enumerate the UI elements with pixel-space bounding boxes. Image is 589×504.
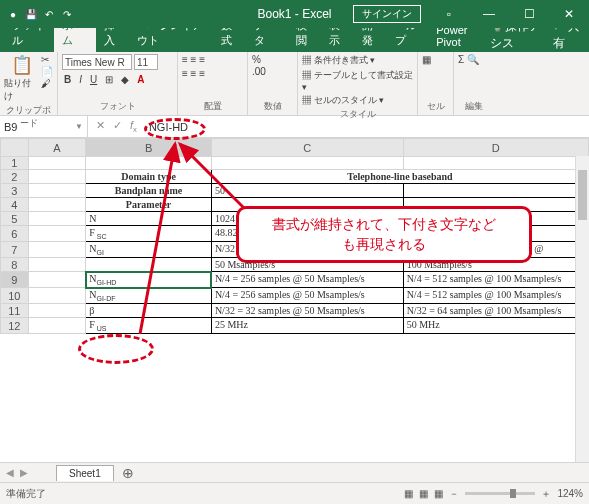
sheet-nav-next-icon[interactable]: ▶ [20, 467, 28, 478]
cell[interactable] [211, 157, 403, 170]
view-normal-icon[interactable]: ▦ [404, 488, 413, 499]
cell[interactable]: NGI [86, 242, 212, 258]
title-bar: ● 💾 ↶ ↷ Book1 - Excel サインイン ▫ — ☐ ✕ [0, 0, 589, 28]
cell[interactable]: NGI-DF [86, 288, 212, 304]
row-header[interactable]: 10 [1, 288, 29, 304]
row-header[interactable]: 5 [1, 212, 29, 226]
spreadsheet-grid[interactable]: ABCD12Domain typeTelephone-line baseband… [0, 138, 589, 482]
row-header[interactable]: 6 [1, 226, 29, 242]
row-header[interactable]: 11 [1, 304, 29, 318]
zoom-slider[interactable] [465, 492, 535, 495]
cell[interactable] [28, 242, 86, 258]
cell[interactable]: N/32 = 32 samples @ 50 Msamples/s [211, 304, 403, 318]
cell[interactable] [28, 170, 86, 184]
paste-icon[interactable]: 📋 [11, 54, 33, 76]
save-icon[interactable]: 💾 [24, 7, 38, 21]
cell[interactable] [28, 226, 86, 242]
enter-icon[interactable]: ✓ [113, 119, 122, 134]
sheet-tab[interactable]: Sheet1 [56, 465, 114, 481]
italic-button[interactable]: I [77, 73, 84, 86]
cancel-icon[interactable]: ✕ [96, 119, 105, 134]
undo-icon[interactable]: ↶ [42, 7, 56, 21]
cell[interactable]: N/4 = 256 samples @ 50 Msamples/s [211, 272, 403, 288]
cell[interactable] [28, 212, 86, 226]
cell[interactable] [403, 157, 588, 170]
cell[interactable]: Telephone-line baseband [211, 170, 588, 184]
row-header[interactable]: 8 [1, 258, 29, 272]
zoom-in-button[interactable]: ＋ [541, 487, 551, 501]
formula-input[interactable]: NGI-HD [145, 121, 589, 133]
cell[interactable]: Bandplan name [86, 184, 212, 198]
row-header[interactable]: 7 [1, 242, 29, 258]
cell-styles-button[interactable]: ▦ セルのスタイル ▾ [302, 94, 384, 107]
font-size-select[interactable]: 11 [134, 54, 158, 70]
font-name-select[interactable]: Times New R [62, 54, 132, 70]
row-header[interactable]: 3 [1, 184, 29, 198]
underline-button[interactable]: U [88, 73, 99, 86]
cell[interactable] [86, 157, 212, 170]
cell[interactable] [28, 258, 86, 272]
cell[interactable] [28, 304, 86, 318]
row-header[interactable]: 2 [1, 170, 29, 184]
col-header[interactable]: B [86, 139, 212, 157]
zoom-out-button[interactable]: － [449, 487, 459, 501]
cell[interactable]: N/32 = 64 samples @ 100 Msamples/s [403, 304, 588, 318]
col-header[interactable]: A [28, 139, 86, 157]
cell[interactable] [86, 258, 212, 272]
view-break-icon[interactable]: ▦ [434, 488, 443, 499]
cut-icon[interactable]: ✂ [41, 54, 53, 65]
format-painter-icon[interactable]: 🖌 [41, 78, 53, 89]
redo-icon[interactable]: ↷ [60, 7, 74, 21]
cell[interactable] [28, 184, 86, 198]
border-button[interactable]: ⊞ [103, 73, 115, 86]
view-page-icon[interactable]: ▦ [419, 488, 428, 499]
cell[interactable]: NGI-HD [86, 272, 212, 288]
cell[interactable] [28, 288, 86, 304]
row-header[interactable]: 4 [1, 198, 29, 212]
row-header[interactable]: 1 [1, 157, 29, 170]
ribbon-options-icon[interactable]: ▫ [429, 0, 469, 28]
chevron-down-icon[interactable]: ▼ [75, 122, 83, 131]
vertical-scrollbar[interactable] [575, 156, 589, 462]
cell[interactable] [28, 198, 86, 212]
cell[interactable]: 25 MHz [211, 318, 403, 334]
cell[interactable]: F US [86, 318, 212, 334]
row-header[interactable]: 12 [1, 318, 29, 334]
col-header[interactable]: C [211, 139, 403, 157]
name-box[interactable]: B9 ▼ [0, 116, 88, 137]
formula-bar: B9 ▼ ✕ ✓ fx NGI-HD [0, 116, 589, 138]
cell[interactable]: 50 MHz [403, 318, 588, 334]
cell[interactable]: N/4 = 512 samples @ 100 Msamples/s [403, 272, 588, 288]
cell[interactable]: F SC [86, 226, 212, 242]
styles-group-label: スタイル [302, 107, 413, 121]
cell[interactable]: β [86, 304, 212, 318]
cell[interactable]: Parameter [86, 198, 212, 212]
close-button[interactable]: ✕ [549, 0, 589, 28]
copy-icon[interactable]: 📄 [41, 66, 53, 77]
cell[interactable] [28, 318, 86, 334]
cell[interactable] [403, 184, 588, 198]
autosave-icon[interactable]: ● [6, 7, 20, 21]
bold-button[interactable]: B [62, 73, 73, 86]
table-format-button[interactable]: ▦ テーブルとして書式設定 ▾ [302, 69, 413, 92]
add-sheet-button[interactable]: ⊕ [114, 465, 142, 481]
cell[interactable]: N/4 = 256 samples @ 50 Msamples/s [211, 288, 403, 304]
cell[interactable]: Domain type [86, 170, 212, 184]
fill-color-button[interactable]: ◆ [119, 73, 131, 86]
cell[interactable] [28, 272, 86, 288]
sheet-tab-bar: ◀ ▶ Sheet1 ⊕ [0, 462, 589, 482]
cell[interactable]: 50 [211, 184, 403, 198]
signin-button[interactable]: サインイン [353, 5, 421, 23]
cell[interactable]: N/4 = 512 samples @ 100 Msamples/s [403, 288, 588, 304]
maximize-button[interactable]: ☐ [509, 0, 549, 28]
cell[interactable] [28, 157, 86, 170]
fx-icon[interactable]: fx [130, 119, 137, 134]
col-header[interactable]: D [403, 139, 588, 157]
minimize-button[interactable]: — [469, 0, 509, 28]
row-header[interactable]: 9 [1, 272, 29, 288]
zoom-level[interactable]: 124% [557, 488, 583, 499]
font-color-button[interactable]: A [135, 73, 146, 86]
cell[interactable]: N [86, 212, 212, 226]
cond-format-button[interactable]: ▦ 条件付き書式 ▾ [302, 54, 375, 67]
sheet-nav-prev-icon[interactable]: ◀ [0, 467, 20, 478]
